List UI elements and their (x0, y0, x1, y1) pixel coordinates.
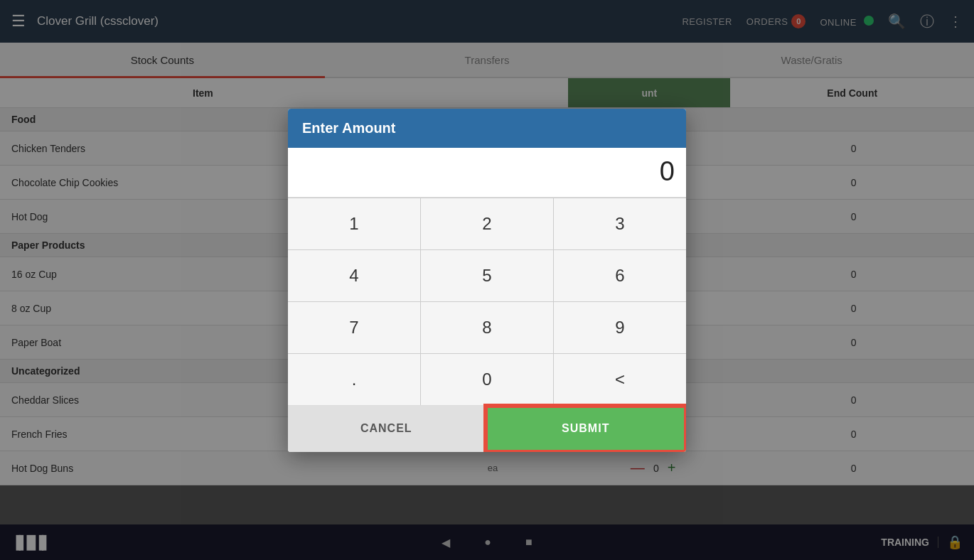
modal-overlay: Enter Amount 0 123456789.0< CANCEL SUBMI… (0, 0, 974, 560)
numpad-key-6[interactable]: 6 (554, 250, 686, 301)
numpad-key-0[interactable]: 0 (421, 354, 553, 405)
dialog-header: Enter Amount (288, 109, 686, 148)
numpad-key-4[interactable]: 4 (288, 250, 420, 301)
enter-amount-dialog: Enter Amount 0 123456789.0< CANCEL SUBMI… (288, 109, 686, 452)
numpad-key-9[interactable]: 9 (554, 302, 686, 353)
numpad: 123456789.0< (288, 198, 686, 405)
numpad-key-dot[interactable]: . (288, 354, 420, 405)
submit-button[interactable]: SUBMIT (486, 406, 687, 452)
numpad-key-1[interactable]: 1 (288, 198, 420, 249)
dialog-actions: CANCEL SUBMIT (288, 405, 686, 452)
numpad-key-3[interactable]: 3 (554, 198, 686, 249)
cancel-button[interactable]: CANCEL (288, 406, 486, 452)
numpad-key-7[interactable]: 7 (288, 302, 420, 353)
numpad-key-8[interactable]: 8 (421, 302, 553, 353)
dialog-display: 0 (288, 148, 686, 198)
numpad-key-backspace[interactable]: < (554, 354, 686, 405)
numpad-key-5[interactable]: 5 (421, 250, 553, 301)
numpad-key-2[interactable]: 2 (421, 198, 553, 249)
